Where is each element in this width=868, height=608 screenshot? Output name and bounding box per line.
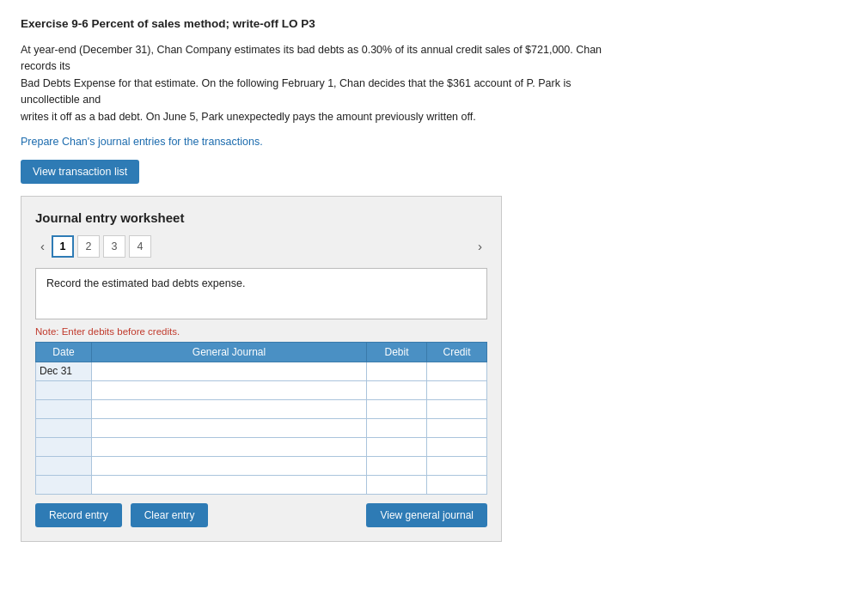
row-4-date: [36, 418, 92, 437]
row-1-date: Dec 31: [36, 362, 92, 380]
clear-entry-button[interactable]: Clear entry: [131, 503, 209, 527]
row-4-credit[interactable]: [427, 418, 487, 437]
row-6-debit[interactable]: [367, 456, 427, 475]
row-4-debit[interactable]: [367, 418, 427, 437]
view-transaction-button[interactable]: View transaction list: [21, 160, 139, 184]
row-7-credit[interactable]: [427, 475, 487, 494]
row-1-journal-input[interactable]: [95, 365, 363, 377]
row-3-credit-input[interactable]: [431, 403, 483, 415]
row-1-debit[interactable]: [367, 362, 427, 380]
row-2-date: [36, 380, 92, 399]
row-1-debit-input[interactable]: [370, 365, 423, 377]
row-6-date: [36, 456, 92, 475]
tab-1[interactable]: 1: [52, 235, 74, 258]
col-header-credit: Credit: [427, 342, 487, 362]
record-entry-button[interactable]: Record entry: [35, 503, 122, 527]
row-3-journal[interactable]: [92, 399, 367, 418]
worksheet-container: Journal entry worksheet ‹ 1 2 3 4 › Reco…: [21, 196, 502, 542]
row-6-credit-input[interactable]: [431, 459, 483, 471]
row-4-journal-input[interactable]: [95, 422, 363, 434]
row-7-credit-input[interactable]: [431, 478, 483, 490]
row-5-debit-input[interactable]: [370, 441, 423, 453]
tab-prev-arrow[interactable]: ‹: [35, 237, 50, 255]
row-7-journal[interactable]: [92, 475, 367, 494]
button-row: Record entry Clear entry View general jo…: [35, 503, 487, 527]
row-1-journal[interactable]: [92, 362, 367, 380]
tab-navigation: ‹ 1 2 3 4 ›: [35, 235, 487, 258]
table-row: [36, 399, 487, 418]
note-text: Note: Enter debits before credits.: [35, 326, 487, 337]
row-6-debit-input[interactable]: [370, 459, 423, 471]
prepare-text: Prepare Chan's journal entries for the t…: [21, 136, 847, 148]
row-3-credit[interactable]: [427, 399, 487, 418]
tab-4[interactable]: 4: [129, 235, 151, 258]
row-4-debit-input[interactable]: [370, 422, 423, 434]
table-row: [36, 456, 487, 475]
tab-2[interactable]: 2: [77, 235, 100, 258]
worksheet-title: Journal entry worksheet: [35, 210, 487, 225]
row-6-credit[interactable]: [427, 456, 487, 475]
row-2-journal[interactable]: [92, 380, 367, 399]
row-5-date: [36, 437, 92, 456]
row-3-date: [36, 399, 92, 418]
row-5-credit-input[interactable]: [431, 441, 483, 453]
row-2-debit[interactable]: [367, 380, 427, 399]
row-2-credit-input[interactable]: [431, 384, 483, 396]
table-row: [36, 475, 487, 494]
row-3-debit[interactable]: [367, 399, 427, 418]
col-header-debit: Debit: [367, 342, 427, 362]
description: At year-end (December 31), Chan Company …: [21, 42, 605, 125]
col-header-date: Date: [36, 342, 92, 362]
row-5-debit[interactable]: [367, 437, 427, 456]
table-row: [36, 437, 487, 456]
row-1-credit[interactable]: [427, 362, 487, 380]
tab-next-arrow[interactable]: ›: [473, 237, 487, 255]
journal-table: Date General Journal Debit Credit Dec 31: [35, 342, 487, 495]
row-4-credit-input[interactable]: [431, 422, 483, 434]
row-2-credit[interactable]: [427, 380, 487, 399]
instruction-text: Record the estimated bad debts expense.: [46, 277, 245, 289]
row-5-credit[interactable]: [427, 437, 487, 456]
row-7-journal-input[interactable]: [95, 478, 363, 490]
row-3-debit-input[interactable]: [370, 403, 423, 415]
row-5-journal[interactable]: [92, 437, 367, 456]
instruction-box: Record the estimated bad debts expense.: [35, 268, 487, 319]
row-4-journal[interactable]: [92, 418, 367, 437]
row-7-date: [36, 475, 92, 494]
table-row: [36, 418, 487, 437]
row-2-debit-input[interactable]: [370, 384, 423, 396]
table-row: [36, 380, 487, 399]
row-7-debit-input[interactable]: [370, 478, 423, 490]
page-title: Exercise 9-6 Percent of sales method; wr…: [21, 17, 847, 30]
view-general-journal-button[interactable]: View general journal: [366, 503, 487, 527]
row-2-journal-input[interactable]: [95, 384, 363, 396]
tab-3[interactable]: 3: [103, 235, 125, 258]
row-7-debit[interactable]: [367, 475, 427, 494]
desc-line3: writes it off as a bad debt. On June 5, …: [21, 111, 476, 123]
col-header-journal: General Journal: [92, 342, 367, 362]
row-3-journal-input[interactable]: [95, 403, 363, 415]
row-5-journal-input[interactable]: [95, 441, 363, 453]
table-row: Dec 31: [36, 362, 487, 380]
desc-line1: At year-end (December 31), Chan Company …: [21, 44, 602, 72]
row-1-credit-input[interactable]: [431, 365, 483, 377]
row-6-journal-input[interactable]: [95, 459, 363, 471]
row-6-journal[interactable]: [92, 456, 367, 475]
desc-line2: Bad Debts Expense for that estimate. On …: [21, 77, 571, 106]
